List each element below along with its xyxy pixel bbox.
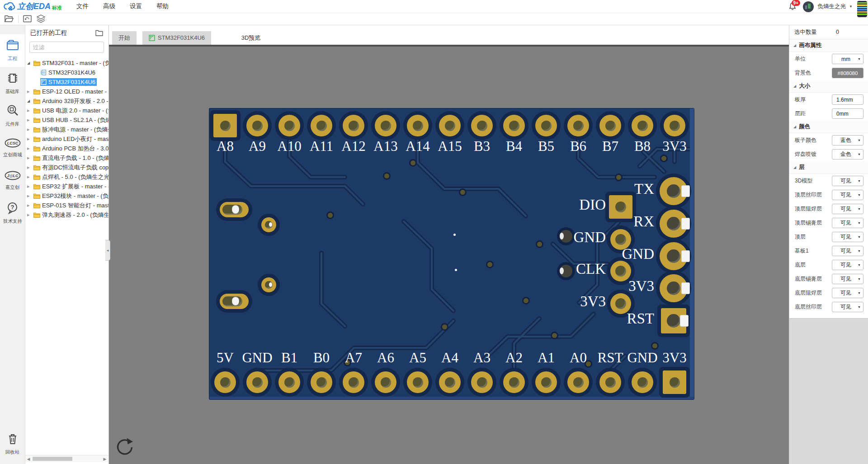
expand-arrow-icon[interactable]: ▸ bbox=[27, 125, 33, 134]
theme-stripes-button[interactable] bbox=[857, 1, 867, 17]
tab-start[interactable]: 开始 bbox=[112, 31, 137, 45]
project-tree: ◢STM32F031 - master - (负熵STM32F031K4U6ST… bbox=[25, 58, 108, 420]
pin-label: B5 bbox=[529, 138, 563, 155]
horizontal-scrollbar[interactable]: ◀ ▶ bbox=[25, 455, 108, 462]
open-folder-icon[interactable] bbox=[5, 15, 14, 23]
menu-file[interactable]: 文件 bbox=[76, 2, 89, 10]
sidebar-item-jlc[interactable]: J◎LC嘉立创 bbox=[0, 164, 25, 197]
expand-arrow-icon[interactable]: ▸ bbox=[27, 115, 33, 125]
tab-label: 3D预览 bbox=[241, 31, 261, 45]
username[interactable]: 负熵生之光 bbox=[818, 3, 846, 10]
tab-3d-preview[interactable]: 3D预览 bbox=[217, 31, 285, 45]
property-select-基板1[interactable]: 可见▼ bbox=[832, 246, 863, 256]
tab-pcb-document[interactable]: STM32F031K4U6 bbox=[142, 31, 211, 45]
tree-item[interactable]: ▸arduino LED小夜灯 - maste bbox=[25, 134, 108, 144]
tree-item[interactable]: ▸USB HUB - SL2.1A - (负熵 bbox=[25, 115, 108, 125]
panel-collapse-handle[interactable]: ◂ bbox=[105, 240, 110, 261]
property-input-层距[interactable]: 0mm bbox=[832, 108, 863, 119]
top-pad bbox=[311, 115, 332, 136]
tree-item[interactable]: ▸USB 电源 2.0 - master - (负 bbox=[25, 106, 108, 115]
select-value: 可见 bbox=[840, 219, 851, 227]
scrollbar-thumb[interactable] bbox=[33, 457, 72, 461]
expand-arrow-icon[interactable]: ▸ bbox=[27, 182, 33, 191]
tree-item[interactable]: STM32F031K4U6 bbox=[25, 68, 108, 77]
collapse-arrow-icon[interactable]: ◢ bbox=[27, 96, 33, 106]
sidebar-item-recycle[interactable]: 回收站 bbox=[0, 428, 25, 460]
bottom-pad bbox=[343, 371, 364, 393]
avatar[interactable] bbox=[803, 1, 814, 12]
property-select-顶层丝印层[interactable]: 可见▼ bbox=[832, 190, 863, 200]
expand-arrow-icon[interactable]: ▸ bbox=[27, 153, 33, 163]
property-select-底层[interactable]: 可见▼ bbox=[832, 260, 863, 270]
property-input-板厚[interactable]: 1.6mm bbox=[832, 94, 863, 105]
property-select-底层阻焊层[interactable]: 可见▼ bbox=[832, 288, 863, 298]
tree-item[interactable]: ▸脉冲电源 - master - (负熵生 bbox=[25, 125, 108, 134]
expand-arrow-icon[interactable]: ▸ bbox=[27, 210, 33, 220]
tree-item[interactable]: ▸ESP32 扩展板 - master - (负 bbox=[25, 182, 108, 191]
expand-arrow-icon[interactable]: ▸ bbox=[27, 201, 33, 210]
property-select-板子颜色[interactable]: 蓝色▼ bbox=[832, 135, 863, 145]
tree-item[interactable]: ▸ESP-12 OLED - master - (负 bbox=[25, 87, 108, 96]
sidebar-item-project[interactable]: 工程 bbox=[0, 34, 25, 67]
tree-item[interactable]: ▸点焊机 - 5.0 - (负熵生之光) bbox=[25, 172, 108, 182]
sidebar-item-lcsc[interactable]: LCSC立创商城 bbox=[0, 132, 25, 164]
expand-arrow-icon[interactable]: ▸ bbox=[27, 172, 33, 182]
sidebar-item-component-lib[interactable]: 元件库 bbox=[0, 99, 25, 132]
tree-item[interactable]: ◢STM32F031 - master - (负熵 bbox=[25, 58, 108, 68]
property-select-顶层[interactable]: 可见▼ bbox=[832, 232, 863, 242]
background-color-button[interactable]: #808080 bbox=[832, 68, 863, 78]
property-select-底层丝印层[interactable]: 可见▼ bbox=[832, 302, 863, 312]
tree-item[interactable]: ▸ESP32模块 - master - (负熵 bbox=[25, 191, 108, 201]
sidebar-item-base-lib[interactable]: 基础库 bbox=[0, 67, 25, 99]
section-header[interactable]: ◢颜色 bbox=[789, 121, 868, 133]
expand-arrow-icon[interactable]: ▸ bbox=[27, 144, 33, 153]
section-header[interactable]: ◢层 bbox=[789, 161, 868, 174]
scroll-right-arrow-icon[interactable]: ▶ bbox=[102, 457, 108, 461]
pin-label: A1 bbox=[529, 350, 563, 366]
expand-arrow-icon[interactable]: ▸ bbox=[27, 191, 33, 201]
app-window: 立创EDA 标准 文件 高级 设置 帮助 9+ 负熵生之光 ▼ bbox=[0, 0, 868, 464]
sidebar-item-support[interactable]: ?技术支持 bbox=[0, 197, 25, 230]
tree-item[interactable]: ▸Arduino PCB 加热台 - 3.0 - bbox=[25, 144, 108, 153]
property-select-顶层阻焊层[interactable]: 可见▼ bbox=[832, 204, 863, 214]
pin-label: A13 bbox=[368, 138, 403, 155]
3d-preview-canvas[interactable]: A8A9A10A11A12A13A14A15B3B4B5B6B7B83V35VG… bbox=[108, 47, 789, 464]
expand-arrow-icon[interactable]: ▸ bbox=[27, 134, 33, 144]
new-project-folder-icon[interactable] bbox=[95, 30, 103, 36]
tree-item[interactable]: ▸ESP-01S 智能台灯 - maste bbox=[25, 201, 108, 210]
menu-settings[interactable]: 设置 bbox=[130, 2, 142, 10]
expand-arrow-icon[interactable]: ▸ bbox=[27, 106, 33, 115]
property-select-3D模型[interactable]: 可见▼ bbox=[832, 176, 863, 186]
filter-input[interactable] bbox=[29, 42, 104, 53]
tree-item-label: ESP-01S 智能台灯 - maste bbox=[42, 202, 108, 210]
property-row: 3D模型可见▼ bbox=[789, 174, 868, 188]
user-dropdown-caret-icon[interactable]: ▼ bbox=[849, 5, 853, 9]
rotate-view-icon[interactable] bbox=[114, 436, 135, 459]
layers-icon[interactable] bbox=[36, 14, 46, 23]
property-select-底层锡膏层[interactable]: 可见▼ bbox=[832, 274, 863, 284]
pin-label: 5V bbox=[208, 350, 242, 366]
small-pad bbox=[261, 277, 276, 292]
expand-arrow-icon[interactable]: ▸ bbox=[27, 87, 33, 96]
section-header[interactable]: ◢画布属性 bbox=[789, 39, 868, 52]
tree-item[interactable]: ▸有源DC恒流电子负载 copy bbox=[25, 163, 108, 172]
property-select-顶层锡膏层[interactable]: 可见▼ bbox=[832, 218, 863, 228]
app-logo[interactable]: 立创EDA 标准 bbox=[4, 1, 62, 12]
tree-item[interactable]: ▸直流电子负载 - 1.0 - (负熵 bbox=[25, 153, 108, 163]
section-header[interactable]: ◢大小 bbox=[789, 80, 868, 93]
property-row: 顶层阻焊层可见▼ bbox=[789, 202, 868, 216]
property-select-焊盘喷镀[interactable]: 金色▼ bbox=[832, 149, 863, 159]
collapse-arrow-icon[interactable]: ◢ bbox=[27, 58, 33, 68]
pad-hole bbox=[667, 314, 680, 328]
expand-arrow-icon[interactable]: ▸ bbox=[27, 163, 33, 172]
menu-advanced[interactable]: 高级 bbox=[103, 2, 115, 10]
property-select-单位[interactable]: mm▼ bbox=[832, 54, 863, 64]
tree-item[interactable]: ◢Arduino 328开发板 - 2.0 - ( bbox=[25, 96, 108, 106]
menu-help[interactable]: 帮助 bbox=[156, 2, 169, 10]
notifications-button[interactable]: 9+ bbox=[788, 2, 799, 13]
select-caret-icon: ▼ bbox=[858, 291, 861, 295]
scroll-left-arrow-icon[interactable]: ◀ bbox=[25, 457, 32, 461]
tree-item[interactable]: STM32F031K4U6 bbox=[25, 77, 108, 87]
tree-item[interactable]: ▸弹丸测速器 - 2.0 - (负熵生之 bbox=[25, 210, 108, 220]
import-image-icon[interactable] bbox=[23, 15, 32, 23]
